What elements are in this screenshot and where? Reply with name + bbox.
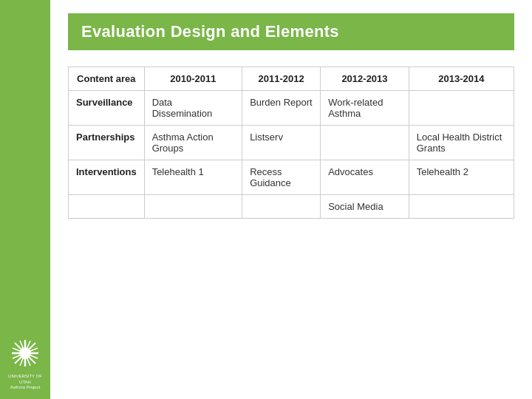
evaluation-table: Content area 2010-2011 2011-2012 2012-20…	[68, 66, 514, 219]
col-header-2011: 2011-2012	[242, 67, 321, 91]
left-accent-bar: UNIVERSITY OF UTAH Asthma Project	[0, 0, 50, 399]
cell-interventions-2010: Telehealth 1	[144, 160, 242, 195]
cell-interventions-2011: Recess Guidance	[242, 160, 321, 195]
row-label-surveillance: Surveillance	[69, 91, 145, 126]
cell-partnerships-2013: Local Health District Grants	[409, 126, 514, 160]
row-label-interventions: Interventions	[69, 160, 145, 195]
logo-area: UNIVERSITY OF UTAH Asthma Project	[3, 337, 47, 390]
cell-surveillance-2011: Burden Report	[242, 91, 321, 126]
asthma-project-logo	[9, 337, 41, 369]
table-row: Partnerships Asthma Action Groups Listse…	[69, 126, 514, 160]
title-bar: Evaluation Design and Elements	[68, 13, 514, 50]
col-header-2013: 2013-2014	[409, 67, 514, 91]
cell-surveillance-2012: Work-related Asthma	[321, 91, 409, 126]
cell-surveillance-2010: Data Dissemination	[144, 91, 242, 126]
cell-partnerships-2010: Asthma Action Groups	[144, 126, 242, 160]
table-row: Surveillance Data Dissemination Burden R…	[69, 91, 514, 126]
col-header-content: Content area	[69, 67, 145, 91]
row-label-partnerships: Partnerships	[69, 126, 145, 160]
table-header-row: Content area 2010-2011 2011-2012 2012-20…	[69, 67, 514, 91]
cell-empty-2013	[409, 195, 514, 219]
page: UNIVERSITY OF UTAH Asthma Project Evalua…	[0, 0, 532, 399]
main-content: Evaluation Design and Elements Content a…	[50, 0, 532, 399]
cell-social-media-2012: Social Media	[321, 195, 409, 219]
page-title: Evaluation Design and Elements	[81, 22, 501, 41]
col-header-2012: 2012-2013	[321, 67, 409, 91]
cell-interventions-2012: Advocates	[321, 160, 409, 195]
cell-empty-2010	[144, 195, 242, 219]
table-row: Social Media	[69, 195, 514, 219]
col-header-2010: 2010-2011	[144, 67, 242, 91]
cell-partnerships-2012	[321, 126, 409, 160]
row-label-empty	[69, 195, 145, 219]
cell-partnerships-2011: Listserv	[242, 126, 321, 160]
logo-text: UNIVERSITY OF UTAH Asthma Project	[3, 374, 47, 390]
cell-empty-2011	[242, 195, 321, 219]
table-row: Interventions Telehealth 1 Recess Guidan…	[69, 160, 514, 195]
cell-surveillance-2013	[409, 91, 514, 126]
cell-interventions-2013: Telehealth 2	[409, 160, 514, 195]
